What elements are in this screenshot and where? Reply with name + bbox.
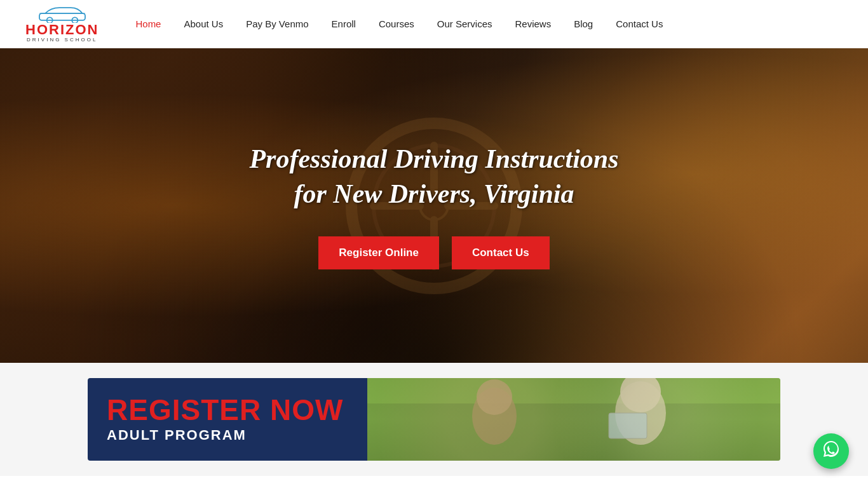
whatsapp-icon bbox=[822, 440, 841, 463]
svg-rect-17 bbox=[609, 413, 647, 438]
header: HORIZON DRIVING SCHOOL Home About Us Pay… bbox=[0, 0, 868, 48]
register-left-panel: REGISTER NOW ADULT PROGRAM bbox=[88, 378, 367, 461]
logo-sub-text: DRIVING SCHOOL bbox=[27, 37, 97, 43]
register-right-panel bbox=[367, 378, 780, 461]
svg-rect-0 bbox=[39, 13, 85, 20]
register-banner-image bbox=[367, 378, 780, 461]
nav-blog[interactable]: Blog bbox=[562, 18, 604, 29]
logo[interactable]: HORIZON DRIVING SCHOOL bbox=[25, 5, 98, 43]
nav-reviews[interactable]: Reviews bbox=[503, 18, 562, 29]
contact-us-button[interactable]: Contact Us bbox=[452, 236, 550, 269]
hero-title-line2: for New Drivers, Virginia bbox=[294, 179, 574, 208]
main-nav: Home About Us Pay By Venmo Enroll Course… bbox=[124, 18, 674, 29]
logo-car-icon bbox=[34, 5, 91, 23]
register-online-button[interactable]: Register Online bbox=[318, 236, 439, 269]
hero-buttons: Register Online Contact Us bbox=[249, 236, 618, 269]
nav-enroll[interactable]: Enroll bbox=[320, 18, 367, 29]
nav-pay-by-venmo[interactable]: Pay By Venmo bbox=[234, 18, 320, 29]
register-section: REGISTER NOW ADULT PROGRAM bbox=[0, 363, 868, 476]
hero-section: Professional Driving Instructions for Ne… bbox=[0, 48, 868, 363]
register-banner: REGISTER NOW ADULT PROGRAM bbox=[88, 378, 780, 461]
nav-home[interactable]: Home bbox=[124, 18, 172, 29]
logo-brand-name: HORIZON bbox=[25, 23, 98, 37]
whatsapp-button[interactable] bbox=[813, 433, 849, 469]
nav-about-us[interactable]: About Us bbox=[172, 18, 234, 29]
svg-point-14 bbox=[477, 379, 512, 415]
hero-title-line1: Professional Driving Instructions bbox=[249, 144, 618, 173]
nav-courses[interactable]: Courses bbox=[367, 18, 426, 29]
nav-our-services[interactable]: Our Services bbox=[426, 18, 504, 29]
hero-content: Professional Driving Instructions for Ne… bbox=[249, 142, 618, 269]
adult-program-text: ADULT PROGRAM bbox=[107, 427, 348, 444]
nav-contact-us[interactable]: Contact Us bbox=[604, 18, 674, 29]
hero-title: Professional Driving Instructions for Ne… bbox=[249, 142, 618, 211]
register-now-text: REGISTER NOW bbox=[107, 395, 348, 424]
svg-rect-12 bbox=[367, 403, 780, 461]
